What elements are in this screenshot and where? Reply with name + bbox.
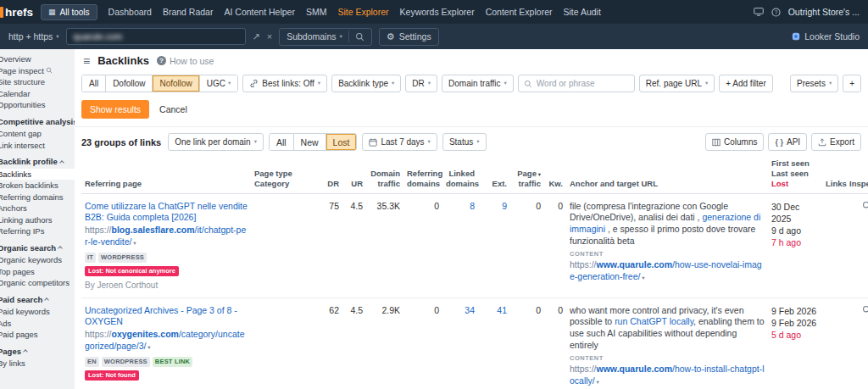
sidebar-item-ads[interactable]: Ads [0, 318, 75, 330]
linked_domains-count-link[interactable]: 8 [470, 201, 475, 211]
sidebar-item-top-pages[interactable]: Top pages [0, 266, 75, 278]
column-header-linked_domains[interactable]: Linkeddomains [442, 157, 478, 193]
referring-page-link[interactable]: Uncategorized Archives - Page 3 of 8 - O… [85, 305, 248, 328]
filter-ugc[interactable]: UGC▾ [199, 75, 238, 92]
ref-page-url-filter[interactable]: Ref. page URL▾ [639, 75, 715, 92]
sidebar-item-organic-keywords[interactable]: Organic keywords [0, 254, 75, 266]
target-url[interactable]: https://www.quarule.com/how-use-novelai-… [570, 259, 762, 281]
nav-item-site-audit[interactable]: Site Audit [563, 7, 600, 17]
api-button[interactable]: { } API [768, 133, 807, 151]
column-header-links[interactable]: Links [822, 157, 846, 193]
site-input[interactable]: quarule.com [66, 28, 246, 45]
phrase-search-input[interactable] [537, 79, 629, 88]
export-button[interactable]: Export [811, 133, 861, 151]
ext-count-link[interactable]: 41 [497, 305, 507, 315]
filter-all[interactable]: All [82, 75, 105, 92]
follow-filter-segment: AllDofollowNofollowUGC▾ [81, 75, 238, 92]
settings-button[interactable]: ⚙ Settings [379, 28, 439, 46]
search-icon[interactable] [355, 32, 364, 42]
protocol-dropdown[interactable]: http + https▾ [8, 31, 59, 42]
column-header-referring_domains[interactable]: Referringdomains [403, 157, 442, 193]
sidebar-item-paid-pages[interactable]: Paid pages [0, 329, 75, 341]
backlink-type-filter[interactable]: Backlink type▾ [331, 75, 401, 92]
sidebar-section-backlink-profile[interactable]: Backlink profile [0, 156, 75, 168]
sidebar-item-link-intersect[interactable]: Link intersect [0, 140, 75, 152]
column-header-ext[interactable]: Ext. [478, 157, 510, 193]
inspect-icon[interactable] [862, 201, 868, 210]
column-header-anchor[interactable]: Anchor and target URL [566, 157, 768, 193]
account-menu[interactable]: Outright Store's ... [788, 7, 860, 17]
domain-traffic-filter[interactable]: Domain traffic▾ [442, 75, 514, 92]
sidebar-item-overview[interactable]: Overview [0, 53, 75, 65]
close-icon[interactable]: × [267, 32, 272, 42]
columns-button[interactable]: Columns [705, 133, 764, 151]
sidebar-item-linking-authors[interactable]: Linking authors [0, 214, 75, 226]
sidebar-item-anchors[interactable]: Anchors [0, 203, 75, 214]
phrase-search[interactable] [518, 75, 635, 92]
nav-item-smm[interactable]: SMM [306, 7, 327, 17]
target-url[interactable]: https://www.quarule.com/how-to-install-c… [570, 364, 765, 386]
sidebar-section-paid-search[interactable]: Paid search [0, 294, 75, 306]
status-dropdown[interactable]: Status▾ [442, 133, 487, 151]
column-header-dr[interactable]: DR [317, 157, 342, 193]
column-header-pagetype[interactable]: Page typeCategory [251, 157, 317, 193]
sidebar-item-content-gap[interactable]: Content gap [0, 128, 75, 140]
best-links-off-filter[interactable]: Best links: Off▾ [242, 75, 327, 92]
scope-dropdown[interactable]: Subdomains▾ [287, 31, 342, 42]
column-header-domain_traffic[interactable]: Domaintraffic [366, 157, 403, 193]
sidebar-item-referring-domains[interactable]: Referring domains [0, 192, 75, 203]
sidebar-section-organic-search[interactable]: Organic search [0, 242, 75, 254]
sidebar-item-by-links[interactable]: By links [0, 358, 75, 370]
nav-item-site-explorer[interactable]: Site Explorer [337, 7, 388, 17]
column-header-page_traffic[interactable]: Page ▾traffic [510, 157, 544, 193]
group-dropdown[interactable]: One link per domain▾ [168, 133, 264, 151]
filter-dofollow[interactable]: Dofollow [105, 75, 152, 92]
sidebar-item-paid-keywords[interactable]: Paid keywords [0, 306, 75, 318]
nav-item-keywords-explorer[interactable]: Keywords Explorer [400, 7, 475, 17]
menu-toggle-icon[interactable]: ≡ [83, 55, 90, 67]
sidebar-item-referring-ips[interactable]: Referring IPs [0, 225, 75, 237]
referring-page-url[interactable]: https://oxygenites.com/category/uncatego… [85, 329, 245, 351]
status-lost[interactable]: Lost [326, 134, 357, 150]
sidebar-item-opportunities[interactable]: Opportunities [0, 99, 75, 111]
all-tools-button[interactable]: ▦ All tools [41, 4, 97, 20]
add-filter-filter[interactable]: + Add filter [719, 75, 773, 92]
show-results-button[interactable]: Show results [81, 100, 149, 119]
sidebar-section-pages[interactable]: Pages [0, 346, 75, 358]
ext-count-link[interactable]: 9 [502, 201, 507, 211]
referring-page-url[interactable]: https://blog.salesflare.com/it/chatgpt-p… [85, 225, 246, 247]
status-all[interactable]: All [270, 134, 293, 150]
ahrefs-logo[interactable]: hrefs [0, 6, 33, 19]
sidebar-item-calendar[interactable]: Calendar [0, 88, 75, 100]
column-header-kw[interactable]: Kw. [544, 157, 566, 193]
looker-studio-link[interactable]: Looker Studio [792, 31, 860, 42]
how-to-use-link[interactable]: ? How to use [157, 56, 214, 66]
help-icon[interactable]: ? [771, 8, 781, 17]
status-new[interactable]: New [293, 134, 326, 150]
nav-item-ai-content-helper[interactable]: AI Content Helper [224, 7, 294, 17]
inspect-icon[interactable] [862, 305, 868, 314]
sidebar-item-site-structure[interactable]: Site structure [0, 76, 75, 88]
referring-page-link[interactable]: Come utilizzare la ChatGPT nelle vendite… [85, 201, 248, 224]
filter-nofollow[interactable]: Nofollow [152, 75, 198, 92]
nav-item-brand-radar[interactable]: Brand Radar [163, 7, 214, 17]
external-link-icon[interactable]: ↗ [253, 32, 260, 42]
sidebar-item-organic-competitors[interactable]: Organic competitors [0, 277, 75, 289]
presets-dropdown[interactable]: Presets▾ [790, 75, 838, 92]
dr-filter[interactable]: DR▾ [405, 75, 437, 92]
nav-item-dashboard[interactable]: Dashboard [108, 7, 152, 17]
nav-item-content-explorer[interactable]: Content Explorer [486, 7, 553, 17]
date-range-dropdown[interactable]: Last 7 days▾ [362, 133, 437, 151]
monitor-icon[interactable] [754, 8, 764, 16]
linked_domains-count-link[interactable]: 34 [465, 305, 475, 315]
column-header-inspect[interactable]: Inspect [846, 157, 868, 193]
column-header-ur[interactable]: UR [342, 157, 366, 193]
cancel-button[interactable]: Cancel [159, 104, 187, 114]
sidebar-item-backlinks[interactable]: Backlinks [0, 169, 75, 181]
add-preset-button[interactable]: + [843, 75, 861, 92]
sidebar-item-page-inspect[interactable]: Page inspect [0, 65, 75, 77]
column-header-referring[interactable]: Referring page [81, 157, 251, 193]
sidebar-section-competitive-analysis[interactable]: Competitive analysis [0, 116, 75, 128]
column-header-dates[interactable]: First seenLast seenLost [768, 157, 822, 193]
sidebar-item-broken-backlinks[interactable]: Broken backlinks [0, 180, 75, 192]
